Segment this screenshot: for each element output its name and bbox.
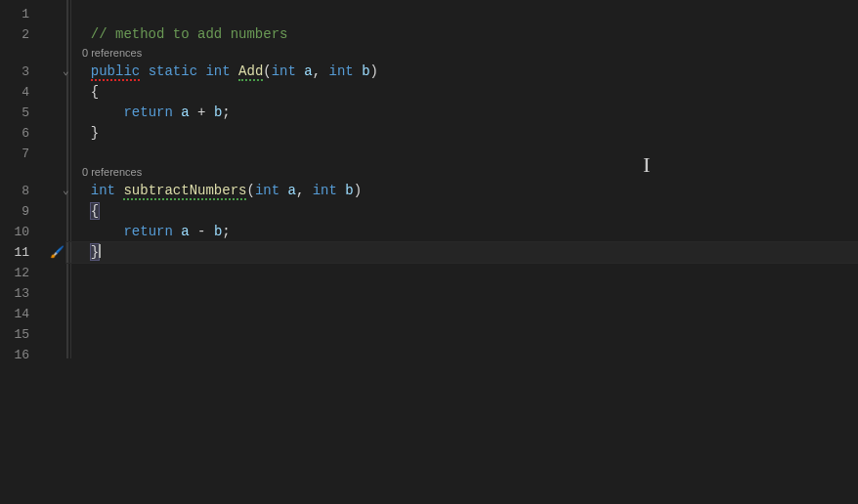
line-number[interactable]: 12 xyxy=(0,263,47,283)
line-number[interactable]: 9 xyxy=(0,201,47,222)
punctuation: , xyxy=(296,183,304,198)
code-line[interactable]: // method to add numbers xyxy=(66,24,858,45)
code-line[interactable]: ⌄ public static int Add(int a, int b) xyxy=(66,62,858,82)
type: int xyxy=(255,183,279,198)
code-line[interactable]: return a + b; xyxy=(66,103,858,123)
lightbulb-icon[interactable]: 🖌️ xyxy=(50,245,64,260)
line-number[interactable]: 1 xyxy=(0,4,47,24)
type: int xyxy=(272,63,296,79)
code-content[interactable]: // method to add numbers 0 references ⌄ … xyxy=(66,0,858,504)
line-number[interactable]: 5 xyxy=(0,103,47,123)
line-number[interactable]: 3 xyxy=(0,62,47,82)
code-line[interactable]: } xyxy=(66,242,858,263)
brace: { xyxy=(91,203,99,219)
operator: + xyxy=(197,105,205,120)
line-number[interactable]: 15 xyxy=(0,324,47,345)
punctuation: , xyxy=(313,63,321,79)
chevron-down-icon[interactable]: ⌄ xyxy=(63,62,69,82)
punctuation: ) xyxy=(354,183,362,198)
punctuation: ; xyxy=(222,224,230,239)
keyword: public xyxy=(91,63,140,81)
type: int xyxy=(205,63,230,79)
code-line[interactable] xyxy=(66,283,858,304)
parameter: b xyxy=(345,183,353,198)
variable: a xyxy=(181,105,189,120)
line-number[interactable]: 16 xyxy=(0,345,47,365)
punctuation: ( xyxy=(263,63,271,79)
codelens[interactable]: 0 references xyxy=(66,45,858,62)
line-number[interactable]: 2 xyxy=(0,24,47,45)
comment: // method to add numbers xyxy=(91,26,288,42)
text-cursor xyxy=(99,244,101,258)
code-line[interactable] xyxy=(66,263,858,283)
keyword: return xyxy=(123,105,172,120)
keyword: return xyxy=(123,224,172,239)
editor[interactable]: 1 2 3 4 5 6 7 8 9 10 11 12 13 14 15 16 🖌… xyxy=(0,0,858,504)
codelens[interactable]: 0 references xyxy=(66,164,858,181)
keyword: static xyxy=(149,63,197,79)
type: int xyxy=(329,63,354,79)
line-number[interactable]: 14 xyxy=(0,304,47,324)
line-number[interactable]: 13 xyxy=(0,283,47,304)
code-line[interactable] xyxy=(66,4,858,24)
code-line[interactable]: { xyxy=(66,201,858,222)
line-number[interactable]: 11 xyxy=(0,242,47,263)
brace: } xyxy=(91,125,99,141)
punctuation: ) xyxy=(370,63,378,79)
punctuation: ; xyxy=(222,105,230,120)
method-name: Add xyxy=(238,63,263,81)
code-line[interactable] xyxy=(66,304,858,324)
line-number[interactable]: 7 xyxy=(0,144,47,164)
parameter: a xyxy=(304,63,312,79)
punctuation: ( xyxy=(246,183,254,198)
parameter: b xyxy=(362,63,369,79)
type: int xyxy=(313,183,337,198)
line-number-gutter: 1 2 3 4 5 6 7 8 9 10 11 12 13 14 15 16 xyxy=(0,0,47,504)
line-number[interactable]: 8 xyxy=(0,181,47,201)
line-number[interactable]: 4 xyxy=(0,82,47,103)
code-line[interactable]: } xyxy=(66,123,858,144)
brace: } xyxy=(91,244,99,260)
parameter: a xyxy=(288,183,296,198)
line-number[interactable]: 6 xyxy=(0,123,47,144)
code-line[interactable] xyxy=(66,345,858,365)
code-line[interactable] xyxy=(66,144,858,164)
line-number[interactable]: 10 xyxy=(0,222,47,242)
code-line[interactable]: return a - b; xyxy=(66,222,858,242)
code-line[interactable]: { xyxy=(66,82,858,103)
type: int xyxy=(91,183,115,198)
chevron-down-icon[interactable]: ⌄ xyxy=(63,181,69,201)
code-line[interactable] xyxy=(66,324,858,345)
method-name: subtractNumbers xyxy=(123,183,246,200)
operator: - xyxy=(197,224,205,239)
variable: a xyxy=(181,224,189,239)
code-line[interactable]: ⌄ int subtractNumbers(int a, int b) xyxy=(66,181,858,201)
brace: { xyxy=(91,84,99,100)
